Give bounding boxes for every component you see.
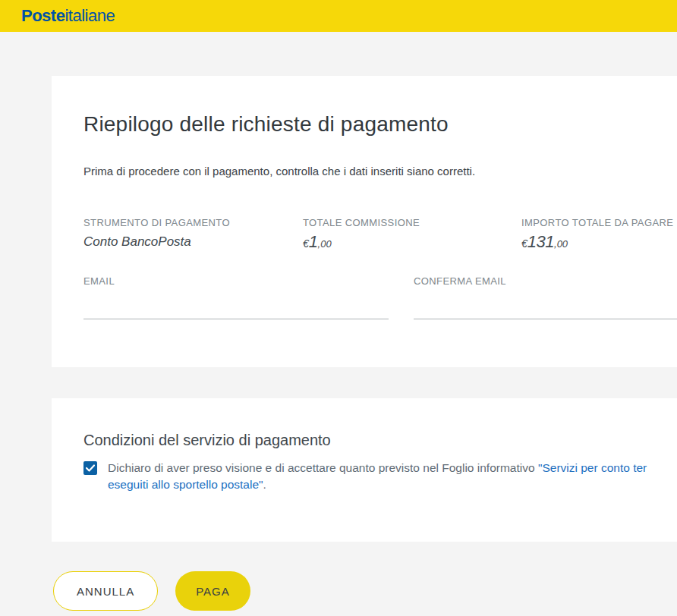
total-commission-value: €1,00 [303, 234, 521, 253]
logo-text-regular: italiane [65, 6, 115, 25]
payment-instrument-field: STRUMENTO DI PAGAMENTO Conto BancoPosta [83, 217, 303, 253]
email-field-group: EMAIL [83, 275, 389, 319]
amount-integer: 131 [527, 232, 554, 251]
total-amount-field: IMPORTO TOTALE DA PAGARE €131,00 [521, 217, 677, 253]
action-buttons-row: ANNULLA PAGA [53, 571, 677, 611]
foglio-informativo-link-continued[interactable]: eseguiti allo sportello postale" [108, 478, 263, 491]
conditions-title: Condizioni del servizio di pagamento [83, 430, 677, 450]
consent-line-1: Dichiaro di aver preso visione e di acce… [108, 460, 647, 476]
header-bar: Posteitaliane [0, 0, 677, 32]
confirm-email-input[interactable] [414, 288, 677, 319]
amount-integer: 1 [309, 232, 318, 251]
consent-text-suffix: . [263, 478, 266, 491]
confirm-email-label: CONFERMA EMAIL [414, 275, 677, 288]
poste-italiane-logo[interactable]: Posteitaliane [21, 6, 115, 26]
page-title: Riepilogo delle richieste di pagamento [83, 111, 677, 138]
payment-info-row: STRUMENTO DI PAGAMENTO Conto BancoPosta … [83, 217, 677, 253]
total-commission-field: TOTALE COMMISSIONE €1,00 [303, 217, 521, 253]
page-subtitle: Prima di procedere con il pagamento, con… [83, 164, 677, 179]
amount-decimals: ,00 [554, 238, 568, 250]
amount-decimals: ,00 [318, 238, 332, 250]
email-label: EMAIL [83, 275, 389, 288]
consent-row: Dichiaro di aver preso visione e di acce… [83, 460, 677, 493]
currency-symbol: € [521, 237, 527, 250]
consent-checkbox[interactable] [83, 461, 97, 475]
total-amount-label: IMPORTO TOTALE DA PAGARE [521, 217, 677, 229]
cancel-button[interactable]: ANNULLA [53, 571, 158, 611]
payment-summary-card: Riepilogo delle richieste di pagamento P… [52, 76, 677, 367]
consent-line-2: eseguiti allo sportello postale". [108, 476, 647, 493]
foglio-informativo-link[interactable]: Servizi per conto ter [542, 461, 647, 474]
confirm-email-field-group: CONFERMA EMAIL [414, 275, 677, 319]
currency-symbol: € [303, 237, 309, 250]
email-input[interactable] [83, 288, 389, 319]
consent-statement: Dichiaro di aver preso visione e di acce… [108, 460, 647, 493]
payment-instrument-label: STRUMENTO DI PAGAMENTO [83, 217, 303, 229]
pay-button[interactable]: PAGA [175, 571, 250, 611]
logo-text-bold: Poste [21, 6, 65, 25]
payment-instrument-value: Conto BancoPosta [83, 234, 303, 250]
consent-text-prefix: Dichiaro di aver preso visione e di acce… [108, 461, 538, 474]
total-commission-label: TOTALE COMMISSIONE [303, 217, 521, 229]
checkmark-icon [86, 464, 95, 472]
payment-conditions-card: Condizioni del servizio di pagamento Dic… [52, 398, 677, 542]
total-amount-value: €131,00 [521, 234, 677, 253]
email-row: EMAIL CONFERMA EMAIL [83, 275, 677, 319]
